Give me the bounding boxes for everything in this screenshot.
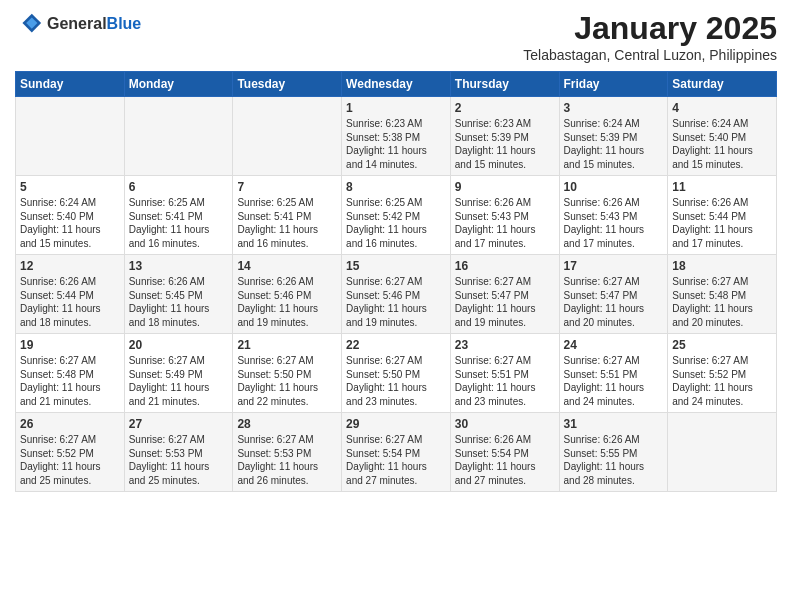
- day-number: 5: [20, 180, 120, 194]
- day-info-line: Sunset: 5:46 PM: [237, 289, 337, 303]
- day-info: Sunrise: 6:26 AMSunset: 5:43 PMDaylight:…: [564, 196, 664, 250]
- day-info-line: Sunrise: 6:27 AM: [672, 354, 772, 368]
- calendar-cell: 4Sunrise: 6:24 AMSunset: 5:40 PMDaylight…: [668, 97, 777, 176]
- calendar-cell: 26Sunrise: 6:27 AMSunset: 5:52 PMDayligh…: [16, 413, 125, 492]
- calendar-cell: 10Sunrise: 6:26 AMSunset: 5:43 PMDayligh…: [559, 176, 668, 255]
- day-info: Sunrise: 6:27 AMSunset: 5:51 PMDaylight:…: [455, 354, 555, 408]
- logo: GeneralBlue: [15, 10, 141, 38]
- calendar-cell: 18Sunrise: 6:27 AMSunset: 5:48 PMDayligh…: [668, 255, 777, 334]
- weekday-header: Thursday: [450, 72, 559, 97]
- calendar-cell: 24Sunrise: 6:27 AMSunset: 5:51 PMDayligh…: [559, 334, 668, 413]
- day-info-line: Sunrise: 6:23 AM: [346, 117, 446, 131]
- day-info: Sunrise: 6:27 AMSunset: 5:46 PMDaylight:…: [346, 275, 446, 329]
- day-info: Sunrise: 6:27 AMSunset: 5:47 PMDaylight:…: [564, 275, 664, 329]
- day-number: 10: [564, 180, 664, 194]
- day-info: Sunrise: 6:27 AMSunset: 5:50 PMDaylight:…: [237, 354, 337, 408]
- logo-general: General: [47, 15, 107, 32]
- day-info-line: Sunrise: 6:24 AM: [672, 117, 772, 131]
- calendar-cell: 13Sunrise: 6:26 AMSunset: 5:45 PMDayligh…: [124, 255, 233, 334]
- day-number: 3: [564, 101, 664, 115]
- day-number: 18: [672, 259, 772, 273]
- day-info-line: Sunrise: 6:27 AM: [672, 275, 772, 289]
- calendar-week-row: 5Sunrise: 6:24 AMSunset: 5:40 PMDaylight…: [16, 176, 777, 255]
- day-info-line: Daylight: 11 hours and 17 minutes.: [455, 223, 555, 250]
- day-info-line: Sunrise: 6:27 AM: [346, 354, 446, 368]
- day-number: 23: [455, 338, 555, 352]
- day-info-line: Sunset: 5:52 PM: [20, 447, 120, 461]
- day-info-line: Daylight: 11 hours and 15 minutes.: [455, 144, 555, 171]
- day-info: Sunrise: 6:25 AMSunset: 5:41 PMDaylight:…: [237, 196, 337, 250]
- calendar-cell: 27Sunrise: 6:27 AMSunset: 5:53 PMDayligh…: [124, 413, 233, 492]
- calendar-table: SundayMondayTuesdayWednesdayThursdayFrid…: [15, 71, 777, 492]
- day-info: Sunrise: 6:26 AMSunset: 5:55 PMDaylight:…: [564, 433, 664, 487]
- day-info-line: Sunrise: 6:27 AM: [346, 433, 446, 447]
- calendar-cell: 30Sunrise: 6:26 AMSunset: 5:54 PMDayligh…: [450, 413, 559, 492]
- day-info-line: Daylight: 11 hours and 24 minutes.: [564, 381, 664, 408]
- day-info: Sunrise: 6:27 AMSunset: 5:48 PMDaylight:…: [672, 275, 772, 329]
- logo-icon: [15, 10, 43, 38]
- day-info: Sunrise: 6:26 AMSunset: 5:54 PMDaylight:…: [455, 433, 555, 487]
- day-info-line: Sunrise: 6:27 AM: [129, 433, 229, 447]
- day-info-line: Sunrise: 6:27 AM: [237, 354, 337, 368]
- logo-text: GeneralBlue: [47, 15, 141, 33]
- calendar-cell: 7Sunrise: 6:25 AMSunset: 5:41 PMDaylight…: [233, 176, 342, 255]
- day-info-line: Sunrise: 6:26 AM: [455, 196, 555, 210]
- day-info-line: Daylight: 11 hours and 27 minutes.: [455, 460, 555, 487]
- day-number: 12: [20, 259, 120, 273]
- day-info-line: Sunset: 5:53 PM: [129, 447, 229, 461]
- day-info-line: Daylight: 11 hours and 25 minutes.: [129, 460, 229, 487]
- calendar-cell: 3Sunrise: 6:24 AMSunset: 5:39 PMDaylight…: [559, 97, 668, 176]
- day-number: 30: [455, 417, 555, 431]
- calendar-cell: 23Sunrise: 6:27 AMSunset: 5:51 PMDayligh…: [450, 334, 559, 413]
- day-number: 29: [346, 417, 446, 431]
- title-block: January 2025 Telabastagan, Central Luzon…: [523, 10, 777, 63]
- day-info-line: Sunset: 5:43 PM: [455, 210, 555, 224]
- day-info-line: Sunrise: 6:25 AM: [129, 196, 229, 210]
- day-number: 27: [129, 417, 229, 431]
- day-info-line: Sunset: 5:47 PM: [455, 289, 555, 303]
- day-info: Sunrise: 6:27 AMSunset: 5:51 PMDaylight:…: [564, 354, 664, 408]
- day-info-line: Daylight: 11 hours and 18 minutes.: [20, 302, 120, 329]
- day-info: Sunrise: 6:25 AMSunset: 5:41 PMDaylight:…: [129, 196, 229, 250]
- weekday-header: Saturday: [668, 72, 777, 97]
- day-info-line: Sunrise: 6:26 AM: [129, 275, 229, 289]
- day-number: 13: [129, 259, 229, 273]
- day-number: 26: [20, 417, 120, 431]
- calendar-header: SundayMondayTuesdayWednesdayThursdayFrid…: [16, 72, 777, 97]
- day-number: 6: [129, 180, 229, 194]
- day-number: 22: [346, 338, 446, 352]
- calendar-cell: 31Sunrise: 6:26 AMSunset: 5:55 PMDayligh…: [559, 413, 668, 492]
- day-info: Sunrise: 6:24 AMSunset: 5:40 PMDaylight:…: [672, 117, 772, 171]
- day-info-line: Sunset: 5:53 PM: [237, 447, 337, 461]
- day-info: Sunrise: 6:24 AMSunset: 5:39 PMDaylight:…: [564, 117, 664, 171]
- day-info-line: Sunset: 5:50 PM: [237, 368, 337, 382]
- calendar-cell: 22Sunrise: 6:27 AMSunset: 5:50 PMDayligh…: [342, 334, 451, 413]
- day-number: 17: [564, 259, 664, 273]
- day-info-line: Sunset: 5:39 PM: [564, 131, 664, 145]
- day-info: Sunrise: 6:27 AMSunset: 5:49 PMDaylight:…: [129, 354, 229, 408]
- calendar-cell: 11Sunrise: 6:26 AMSunset: 5:44 PMDayligh…: [668, 176, 777, 255]
- day-info-line: Sunrise: 6:27 AM: [455, 275, 555, 289]
- day-number: 14: [237, 259, 337, 273]
- day-info-line: Sunrise: 6:23 AM: [455, 117, 555, 131]
- day-info: Sunrise: 6:24 AMSunset: 5:40 PMDaylight:…: [20, 196, 120, 250]
- calendar-cell: 20Sunrise: 6:27 AMSunset: 5:49 PMDayligh…: [124, 334, 233, 413]
- day-info-line: Daylight: 11 hours and 16 minutes.: [346, 223, 446, 250]
- day-info-line: Sunrise: 6:27 AM: [237, 433, 337, 447]
- day-info-line: Sunset: 5:52 PM: [672, 368, 772, 382]
- day-number: 21: [237, 338, 337, 352]
- location: Telabastagan, Central Luzon, Philippines: [523, 47, 777, 63]
- day-info: Sunrise: 6:27 AMSunset: 5:53 PMDaylight:…: [129, 433, 229, 487]
- day-info: Sunrise: 6:27 AMSunset: 5:52 PMDaylight:…: [20, 433, 120, 487]
- day-number: 7: [237, 180, 337, 194]
- day-info: Sunrise: 6:25 AMSunset: 5:42 PMDaylight:…: [346, 196, 446, 250]
- day-info-line: Sunset: 5:50 PM: [346, 368, 446, 382]
- calendar-week-row: 1Sunrise: 6:23 AMSunset: 5:38 PMDaylight…: [16, 97, 777, 176]
- day-number: 19: [20, 338, 120, 352]
- day-info: Sunrise: 6:26 AMSunset: 5:46 PMDaylight:…: [237, 275, 337, 329]
- day-info-line: Daylight: 11 hours and 15 minutes.: [20, 223, 120, 250]
- day-info: Sunrise: 6:23 AMSunset: 5:38 PMDaylight:…: [346, 117, 446, 171]
- calendar-week-row: 12Sunrise: 6:26 AMSunset: 5:44 PMDayligh…: [16, 255, 777, 334]
- day-number: 31: [564, 417, 664, 431]
- day-info-line: Daylight: 11 hours and 18 minutes.: [129, 302, 229, 329]
